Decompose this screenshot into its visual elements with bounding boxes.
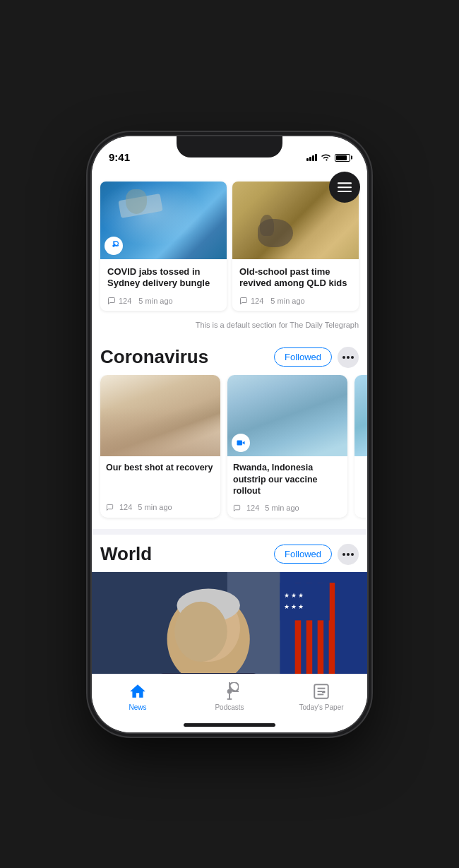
scroll-content[interactable]: COVID jabs tossed in Sydney delivery bun… (92, 167, 367, 674)
world-followed-button[interactable]: Followed (274, 545, 332, 564)
top-card-2-comments: 124 (239, 297, 263, 305)
top-card-1-image (100, 182, 227, 259)
world-section: World Followed (92, 535, 367, 673)
top-card-1-body: COVID jabs tossed in Sydney delivery bun… (100, 259, 227, 311)
section-divider-1 (92, 529, 367, 535)
corona-story-2-count: 124 (246, 504, 259, 512)
top-card-1[interactable]: COVID jabs tossed in Sydney delivery bun… (100, 182, 227, 311)
svg-rect-33 (322, 690, 325, 692)
menu-button[interactable] (329, 172, 360, 203)
svg-rect-22 (329, 583, 335, 673)
world-actions: Followed (274, 544, 359, 565)
coronavirus-story-1[interactable]: Our best shot at recovery 124 5 min ago (100, 375, 220, 518)
coronavirus-story-2-title: Rwanda, Indonesia outstrip our vaccine r… (233, 462, 342, 497)
coronavirus-story-2-image (227, 375, 347, 456)
notch (177, 136, 282, 157)
coronavirus-story-3-image (354, 375, 367, 456)
svg-rect-1 (338, 186, 352, 188)
svg-point-5 (347, 356, 350, 359)
svg-point-4 (342, 356, 345, 359)
default-notice-text: This is a default section for The Daily … (196, 321, 359, 329)
svg-point-9 (347, 553, 350, 556)
tab-bar-indicator (184, 723, 275, 727)
svg-point-10 (351, 553, 354, 556)
top-card-2-comment-count: 124 (251, 297, 263, 305)
top-card-1-meta: 124 5 min ago (107, 297, 220, 305)
svg-rect-23 (280, 583, 329, 620)
corona-story-1-time: 5 min ago (138, 503, 172, 511)
tab-news-label: News (129, 703, 146, 711)
svg-point-16 (174, 602, 227, 662)
default-notice: This is a default section for The Daily … (92, 316, 367, 338)
svg-text:★ ★ ★: ★ ★ ★ (284, 592, 304, 599)
news-icon (128, 682, 148, 701)
svg-point-8 (342, 553, 345, 556)
coronavirus-followed-button[interactable]: Followed (274, 347, 332, 367)
top-card-2-meta: 124 5 min ago (239, 297, 352, 305)
tab-bar: News Podcasts (92, 674, 367, 732)
podcasts-icon (220, 682, 239, 701)
coronavirus-story-2[interactable]: Rwanda, Indonesia outstrip our vaccine r… (227, 375, 347, 518)
coronavirus-story-1-title: Our best shot at recovery (106, 462, 215, 496)
podcast-badge (105, 237, 123, 255)
coronavirus-story-1-image (100, 375, 220, 456)
battery-icon (335, 154, 350, 162)
video-badge (232, 434, 250, 452)
top-card-1-comment-count: 124 (119, 297, 131, 305)
coronavirus-story-3[interactable] (354, 375, 367, 518)
top-cards-section: COVID jabs tossed in Sydney delivery bun… (92, 176, 367, 317)
svg-text:★ ★ ★: ★ ★ ★ (284, 603, 304, 610)
coronavirus-story-2-body: Rwanda, Indonesia outstrip our vaccine r… (227, 456, 347, 518)
top-card-1-title: COVID jabs tossed in Sydney delivery bun… (107, 266, 220, 290)
world-title: World (100, 543, 152, 565)
svg-point-6 (351, 356, 354, 359)
world-feature-image: ★ ★ ★ ★ ★ ★ (92, 572, 367, 673)
wifi-icon (321, 153, 331, 163)
coronavirus-section: Coronavirus Followed (92, 338, 367, 529)
todays-paper-icon (311, 682, 331, 701)
corona-story-1-count: 124 (119, 503, 132, 511)
top-card-2-time: 5 min ago (270, 297, 304, 305)
coronavirus-header: Coronavirus Followed (92, 338, 367, 375)
svg-rect-0 (338, 182, 352, 184)
coronavirus-cards-row[interactable]: Our best shot at recovery 124 5 min ago (92, 375, 367, 529)
coronavirus-story-1-body: Our best shot at recovery 124 5 min ago (100, 456, 220, 517)
tab-news[interactable]: News (92, 682, 184, 711)
phone-screen: 9:41 (92, 136, 367, 732)
coronavirus-story-2-meta: 124 5 min ago (233, 504, 342, 512)
tab-podcasts-label: Podcasts (215, 703, 244, 711)
signal-bars-icon (306, 154, 317, 161)
svg-rect-7 (237, 441, 243, 446)
top-card-2-title: Old-school past time revived among QLD k… (239, 266, 352, 290)
world-more-button[interactable] (338, 544, 359, 565)
coronavirus-story-1-meta: 124 5 min ago (106, 503, 215, 511)
top-card-1-time: 5 min ago (138, 297, 172, 305)
tab-podcasts[interactable]: Podcasts (184, 682, 275, 711)
svg-rect-2 (338, 191, 352, 192)
corona-story-2-time: 5 min ago (265, 504, 299, 512)
top-card-1-comments: 124 (107, 297, 131, 305)
coronavirus-title: Coronavirus (100, 346, 208, 368)
status-time: 9:41 (109, 151, 130, 163)
coronavirus-more-button[interactable] (338, 347, 359, 368)
coronavirus-actions: Followed (274, 347, 359, 368)
phone-frame: 9:41 (92, 136, 367, 732)
tab-todays-paper[interactable]: Today's Paper (275, 682, 367, 711)
tab-todays-paper-label: Today's Paper (299, 703, 343, 711)
top-card-2-body: Old-school past time revived among QLD k… (232, 259, 359, 311)
status-icons (306, 153, 350, 163)
world-header: World Followed (92, 535, 367, 572)
